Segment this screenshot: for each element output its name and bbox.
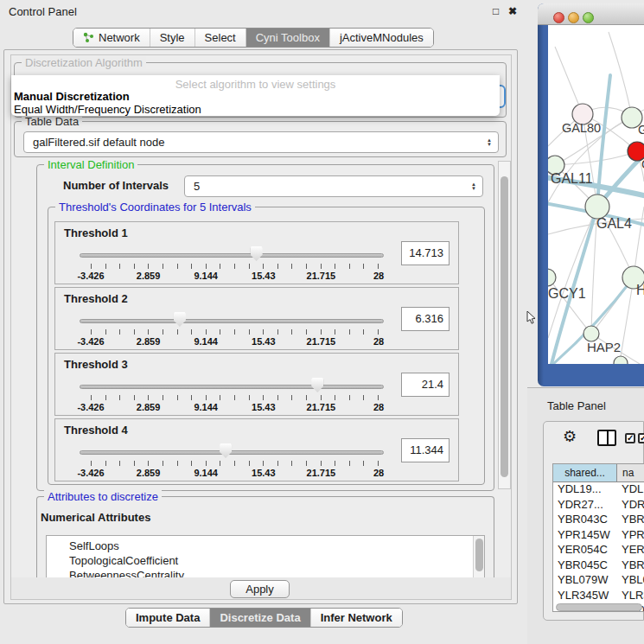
node-gcy1[interactable] [548,269,556,286]
threshold-3-ticks [91,395,379,400]
tick-label: 21.715 [307,468,336,478]
tick-label: 15.43 [252,271,276,281]
tick-label: -3.426 [77,402,104,412]
interval-definition-group: Interval Definition Number of Intervals … [36,164,494,491]
table-row[interactable]: YER054CYER0 [553,543,644,558]
gear-icon[interactable]: ⚙ [563,429,577,444]
split-columns-icon[interactable] [597,430,616,446]
number-of-intervals-label: Number of Intervals [63,179,169,192]
table-row[interactable]: YDL19...YDL1 [553,482,644,498]
node-label: GAL4 [596,216,632,231]
tick-label: 21.715 [307,336,336,347]
algorithm-option-equal-width[interactable]: Equal Width/Frequency Discretization [14,103,201,116]
tab-cyni-toolbox[interactable]: Cyni Toolbox [245,29,329,47]
apply-button[interactable]: Apply [230,580,290,598]
node-gal4[interactable] [585,194,609,219]
tick-label: 28 [373,468,384,478]
tick-label: 9.144 [194,271,218,281]
tick-label: 9.144 [194,336,218,347]
table-row[interactable]: YBL079WYBL0 [553,573,644,589]
threshold-4-value-field[interactable]: 11.344 [401,438,450,462]
tick-label: -3.426 [77,336,104,347]
tab-select[interactable]: Select [194,29,245,47]
tick-label: 15.43 [252,402,276,412]
algorithm-option-manual[interactable]: Manual Discretization [14,90,130,103]
table-data-group: Table Data galFiltered.sif default node … [14,121,507,157]
node-label: GCY1 [548,286,586,301]
table-header-row: shared... na [553,464,644,482]
spinner-arrows-icon: ▲▼ [471,182,476,191]
table-data-group-title: Table Data [22,115,82,128]
network-canvas[interactable]: GAL80 G C GAL11 GAL4 GCY1 H HAP2 [548,25,644,364]
close-icon[interactable]: ✖ [508,5,517,17]
tick-label: 2.859 [137,402,161,412]
algorithm-popup-hint: Select algorithm to view settings [11,78,500,91]
threshold-1-slider-track[interactable] [80,253,384,258]
float-window-icon[interactable]: □ [493,5,499,17]
spinner-arrows-icon: ▲▼ [487,138,492,147]
minimize-traffic-light[interactable] [568,12,579,23]
checkbox-icon[interactable]: ✓ [638,433,644,443]
node-label: GAL80 [562,121,601,135]
network-view-window[interactable]: GAL80 G C GAL11 GAL4 GCY1 H HAP2 [538,3,644,386]
network-window-titlebar[interactable] [538,3,644,25]
table-row[interactable]: YBR045CYBR0 [553,558,644,574]
list-scrollbar-thumb[interactable] [475,539,483,571]
threshold-2-panel: Threshold 2 -3.426 2.859 9.144 15.43 21.… [54,287,459,350]
thresholds-group: Threshold's Coordinates for 5 Intervals … [48,207,485,485]
table-data-combobox[interactable]: galFiltered.sif default node ▲▼ [23,131,499,153]
node-partial-bottom[interactable] [614,356,628,364]
tick-label: 15.43 [252,336,276,347]
threshold-1-slider-thumb[interactable] [251,246,263,261]
thresholds-group-title: Threshold's Coordinates for 5 Intervals [55,201,255,214]
number-of-intervals-combobox[interactable]: 5 ▲▼ [184,175,483,197]
table-data-value: galFiltered.sif default node [33,136,164,149]
tab-network[interactable]: Network [73,29,150,47]
node-label: H [636,283,644,297]
tick-label: -3.426 [77,271,104,281]
column-header-shared-name[interactable]: shared... [553,464,617,481]
numerical-attributes-list: SelfLoops TopologicalCoefficient Between… [46,535,485,578]
table-row[interactable]: YBR043CYBR0 [553,513,644,528]
control-panel-tabs: Network Style Select Cyni Toolbox jActiv… [73,28,434,48]
mouse-cursor [526,311,537,325]
table-row[interactable]: YPR145WYPR1 [553,528,644,544]
tab-infer-network[interactable]: Infer Network [310,609,402,627]
table-panel-title: Table Panel [547,399,606,412]
network-graph: GAL80 G C GAL11 GAL4 GCY1 H HAP2 [548,25,644,364]
threshold-2-value-field[interactable]: 6.316 [401,307,450,331]
table-horizontal-scrollbar[interactable] [556,603,642,611]
threshold-4-label: Threshold 4 [64,424,128,437]
settings-scrollbar-thumb[interactable] [501,176,508,477]
tick-label: 28 [373,336,384,347]
bottom-tabs: Impute Data Discretize Data Infer Networ… [125,608,403,628]
tab-discretize-data[interactable]: Discretize Data [209,609,309,627]
threshold-2-slider-thumb[interactable] [174,312,186,327]
tab-impute-data[interactable]: Impute Data [126,609,209,627]
list-scrollbar[interactable] [473,536,484,577]
tick-label: 21.715 [307,271,336,281]
zoom-traffic-light[interactable] [583,12,594,23]
checkbox-icon[interactable]: ✓ [625,433,635,443]
close-traffic-light[interactable] [553,12,564,23]
list-item[interactable]: TopologicalCoefficient [47,553,484,568]
threshold-3-slider-thumb[interactable] [311,378,323,392]
tab-jactivemnodules[interactable]: jActiveMNodules [329,29,433,47]
threshold-4-slider-thumb[interactable] [220,443,232,458]
tab-style[interactable]: Style [150,29,194,47]
threshold-1-value-field[interactable]: 14.713 [401,241,450,265]
table-row[interactable]: YDR27...YDR2 [553,498,644,513]
tick-label: 2.859 [137,468,161,478]
table-row[interactable]: YLR345WYLR3 [553,589,644,604]
threshold-3-slider-track[interactable] [80,385,384,389]
column-header-name[interactable]: na [617,464,644,481]
threshold-1-ticks [91,264,379,269]
node-label: HAP2 [587,340,621,354]
list-item[interactable]: SelfLoops [47,536,484,553]
threshold-3-value-field[interactable]: 21.4 [401,373,450,397]
settings-scrollbar[interactable] [498,161,511,489]
tick-label: -3.426 [77,468,104,478]
table-panel-window: ⚙ ✓ ✓ shared... na YDL19...YDL1 YDR27...… [543,421,644,621]
threshold-2-slider-track[interactable] [80,319,384,323]
algorithm-popup: Select algorithm to view settings Manual… [11,75,500,116]
